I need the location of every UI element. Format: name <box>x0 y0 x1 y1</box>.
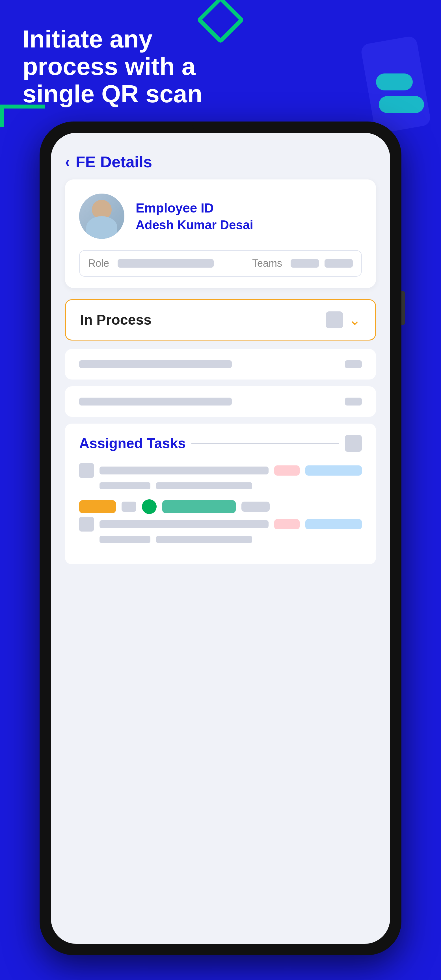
status-small-gray <box>121 501 136 512</box>
list-item-2[interactable] <box>65 386 376 417</box>
employee-id-label: Employee ID <box>136 200 253 216</box>
list-item-2-bar <box>79 398 232 406</box>
task-1-checkbox[interactable] <box>79 463 94 478</box>
employee-card: Employee ID Adesh Kumar Desai Role Teams <box>65 180 376 288</box>
teams-value-bar-1 <box>291 259 319 267</box>
headline-text: Initiate any process with a single QR sc… <box>22 25 202 108</box>
teams-label: Teams <box>252 258 282 269</box>
avatar-body <box>86 216 117 239</box>
avatar <box>79 194 124 239</box>
employee-top-row: Employee ID Adesh Kumar Desai <box>79 194 362 239</box>
status-teal-tag <box>162 500 236 513</box>
task-1-title-bar <box>100 466 269 474</box>
task-row-2-bottom <box>79 536 362 543</box>
phone-outer-frame: ‹ FE Details Employee ID <box>40 121 401 955</box>
teams-value-bar-2 <box>325 259 353 267</box>
screen-title: FE Details <box>75 153 152 171</box>
task-1-tag-blue <box>305 465 362 476</box>
task-2-sub-bar-1 <box>100 536 150 543</box>
employee-name: Adesh Kumar Desai <box>136 218 253 232</box>
bubble-decoration-2 <box>379 96 424 113</box>
tasks-header-icon <box>345 435 362 452</box>
status-gray-pill <box>241 501 270 512</box>
task-2-checkbox[interactable] <box>79 517 94 531</box>
side-button <box>401 291 405 325</box>
task-row-2-top <box>79 517 362 531</box>
chevron-down-icon: ⌄ <box>349 312 361 328</box>
tasks-title: Assigned Tasks <box>79 435 186 452</box>
status-dropdown[interactable]: In Process ⌄ <box>65 299 376 340</box>
role-label: Role <box>88 258 109 269</box>
list-item-2-icon <box>345 398 362 406</box>
task-2-tag-pink <box>274 519 300 529</box>
tasks-divider <box>191 443 339 444</box>
list-item-1-bar <box>79 360 232 368</box>
task-row-1-top <box>79 463 362 478</box>
assigned-tasks-section: Assigned Tasks <box>65 423 376 564</box>
screen-content: ‹ FE Details Employee ID <box>51 133 390 944</box>
tasks-header: Assigned Tasks <box>79 435 362 452</box>
task-row-1-bottom <box>79 482 362 489</box>
status-green-dot <box>142 500 157 514</box>
task-1-sub-bar-2 <box>156 482 252 489</box>
bubble-decoration-1 <box>376 73 413 91</box>
task-2-title-bar <box>100 520 269 528</box>
phone-notch <box>192 121 249 133</box>
phone-screen: ‹ FE Details Employee ID <box>51 133 390 944</box>
back-button[interactable]: ‹ <box>65 153 70 170</box>
task-row-2 <box>79 517 362 543</box>
role-value-bar <box>118 259 214 267</box>
role-teams-row: Role Teams <box>79 250 362 277</box>
phone-mockup: ‹ FE Details Employee ID <box>40 121 401 955</box>
status-row <box>79 500 362 514</box>
page-headline: Initiate any process with a single QR sc… <box>22 25 221 107</box>
list-item-1[interactable] <box>65 349 376 380</box>
task-row-1 <box>79 463 362 489</box>
status-orange-tag <box>79 500 116 513</box>
task-2-sub-bar-2 <box>156 536 252 543</box>
status-label: In Process <box>80 312 151 328</box>
task-1-tag-pink <box>274 465 300 476</box>
task-1-sub-bar-1 <box>100 482 150 489</box>
task-2-tag-blue <box>305 519 362 529</box>
avatar-image <box>79 194 124 239</box>
employee-info: Employee ID Adesh Kumar Desai <box>136 200 253 232</box>
dropdown-right: ⌄ <box>326 312 361 328</box>
status-icon <box>326 312 343 328</box>
list-item-1-icon <box>345 360 362 368</box>
screen-header: ‹ FE Details <box>65 150 376 180</box>
corner-decoration <box>0 105 45 127</box>
